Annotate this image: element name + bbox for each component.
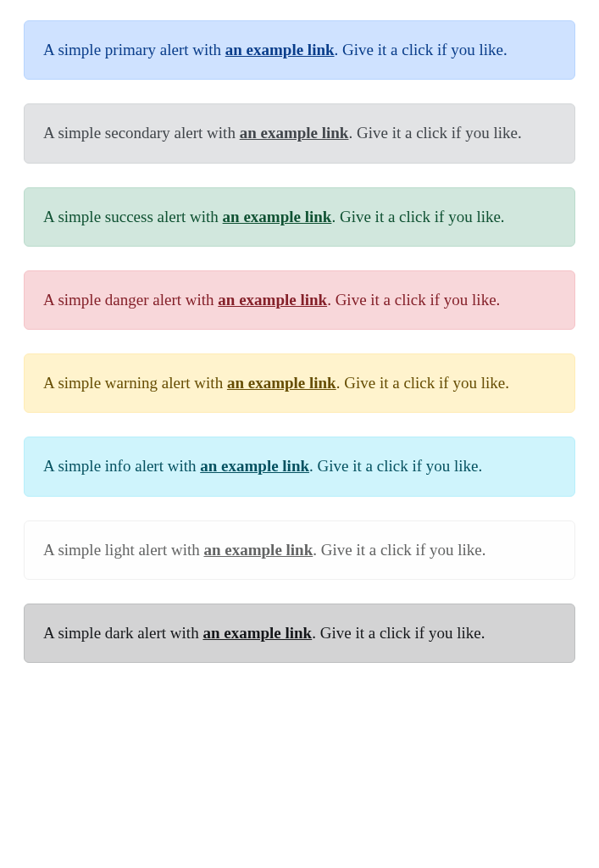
- alert-text-post: . Give it a click if you like.: [335, 41, 507, 58]
- alert-dark: A simple dark alert with an example link…: [24, 604, 575, 663]
- alert-example-link[interactable]: an example link: [223, 208, 332, 225]
- alert-example-link[interactable]: an example link: [202, 624, 312, 642]
- alert-text-post: . Give it a click if you like.: [348, 124, 521, 142]
- alert-secondary: A simple secondary alert with an example…: [24, 103, 575, 163]
- alert-success: A simple success alert with an example l…: [24, 187, 575, 247]
- alert-warning: A simple warning alert with an example l…: [24, 353, 575, 413]
- alert-example-link[interactable]: an example link: [218, 291, 327, 309]
- alert-text-post: . Give it a click if you like.: [313, 541, 485, 559]
- alert-text-post: . Give it a click if you like.: [312, 624, 485, 642]
- alert-text-pre: A simple info alert with: [43, 457, 200, 475]
- alert-primary: A simple primary alert with an example l…: [24, 20, 575, 80]
- alert-example-link[interactable]: an example link: [203, 541, 313, 559]
- alert-example-link[interactable]: an example link: [227, 374, 336, 392]
- alert-example-link[interactable]: an example link: [240, 124, 349, 142]
- alert-light: A simple light alert with an example lin…: [24, 520, 575, 580]
- alert-danger: A simple danger alert with an example li…: [24, 270, 575, 330]
- alert-text-pre: A simple light alert with: [43, 541, 203, 559]
- alert-example-link[interactable]: an example link: [225, 41, 335, 58]
- alert-text-post: . Give it a click if you like.: [309, 457, 482, 475]
- alert-text-post: . Give it a click if you like.: [331, 208, 504, 225]
- alert-text-pre: A simple dark alert with: [43, 624, 202, 642]
- alert-text-pre: A simple primary alert with: [43, 41, 225, 58]
- alert-text-pre: A simple danger alert with: [43, 291, 218, 309]
- alert-example-link[interactable]: an example link: [200, 457, 309, 475]
- alert-text-post: . Give it a click if you like.: [327, 291, 500, 309]
- alert-info: A simple info alert with an example link…: [24, 437, 575, 496]
- alert-text-pre: A simple warning alert with: [43, 374, 227, 392]
- alert-text-pre: A simple success alert with: [43, 208, 223, 225]
- alert-text-post: . Give it a click if you like.: [336, 374, 509, 392]
- alert-text-pre: A simple secondary alert with: [43, 124, 240, 142]
